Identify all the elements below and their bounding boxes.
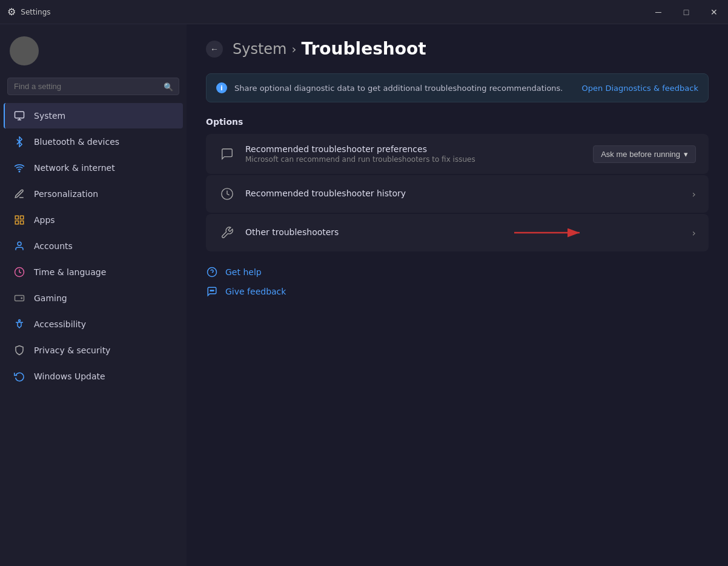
svg-point-17 <box>210 290 211 291</box>
gaming-icon <box>13 292 25 304</box>
search-wrapper: 🔍 <box>7 78 179 95</box>
give-feedback-icon <box>206 285 218 298</box>
avatar <box>10 36 39 65</box>
help-link-label-get-help: Get help <box>225 267 262 277</box>
update-icon <box>13 370 25 382</box>
chevron-down-icon: ▾ <box>684 150 688 159</box>
user-profile <box>0 29 187 75</box>
sidebar-item-privacy[interactable]: Privacy & security <box>4 338 183 363</box>
accounts-icon <box>13 240 25 252</box>
option-title-recommended-history: Recommended troubleshooter history <box>245 188 683 198</box>
info-banner-left: i Share optional diagnostic data to get … <box>216 82 563 93</box>
option-recommended-prefs[interactable]: Recommended troubleshooter preferences M… <box>206 134 709 174</box>
sidebar-item-apps[interactable]: Apps <box>4 207 183 233</box>
titlebar-left: ⚙️ Settings <box>7 6 51 18</box>
recommended-prefs-icon <box>219 145 236 162</box>
apps-icon <box>13 214 25 226</box>
dropdown-recommended-prefs[interactable]: Ask me before running ▾ <box>593 145 696 163</box>
help-links: Get help Give feedback <box>206 266 709 298</box>
svg-point-19 <box>213 290 214 291</box>
sidebar-nav: System Bluetooth & devices Network & int… <box>0 102 187 390</box>
breadcrumb-parent: System <box>233 41 287 58</box>
titlebar: ⚙️ Settings ─ □ ✕ <box>0 0 728 24</box>
option-subtitle-recommended-prefs: Microsoft can recommend and run troubles… <box>245 155 583 164</box>
sidebar-item-label: Apps <box>34 215 55 225</box>
chevron-right-icon: › <box>692 227 696 239</box>
search-input[interactable] <box>7 78 179 95</box>
sidebar-item-label: Windows Update <box>34 371 105 381</box>
other-troubleshooters-icon <box>219 224 236 241</box>
help-link-label-give-feedback: Give feedback <box>225 287 286 296</box>
sidebar-item-network[interactable]: Network & internet <box>4 155 183 181</box>
sidebar-item-personalization[interactable]: Personalization <box>4 181 183 207</box>
sidebar-item-bluetooth[interactable]: Bluetooth & devices <box>4 129 183 155</box>
bluetooth-icon <box>13 136 25 148</box>
network-icon <box>13 162 25 174</box>
back-button[interactable]: ← <box>206 41 223 58</box>
system-icon <box>13 110 25 122</box>
help-link-get-help[interactable]: Get help <box>206 266 709 278</box>
minimize-button[interactable]: ─ <box>644 0 672 24</box>
titlebar-controls: ─ □ ✕ <box>644 0 728 24</box>
chevron-right-icon: › <box>692 188 696 200</box>
sidebar-item-label: Privacy & security <box>34 345 110 355</box>
maximize-button[interactable]: □ <box>672 0 700 24</box>
search-container: 🔍 <box>0 75 187 102</box>
get-help-icon <box>206 266 218 278</box>
sidebar-item-gaming[interactable]: Gaming <box>4 285 183 311</box>
sidebar-item-accessibility[interactable]: Accessibility <box>4 311 183 337</box>
svg-point-8 <box>18 242 21 245</box>
sidebar-item-label: Bluetooth & devices <box>34 137 119 147</box>
svg-rect-6 <box>21 221 24 224</box>
time-icon <box>13 266 25 278</box>
app-container: 🔍 System Bluetooth & devices Network & i… <box>0 24 728 566</box>
option-title-recommended-prefs: Recommended troubleshooter preferences <box>245 144 583 154</box>
sidebar-item-update[interactable]: Windows Update <box>4 364 183 389</box>
main-content: ← System › Troubleshoot i Share optional… <box>187 24 728 566</box>
svg-point-3 <box>19 171 20 172</box>
svg-point-11 <box>19 320 21 322</box>
sidebar-item-label: Accounts <box>34 241 73 251</box>
sidebar-item-label: Gaming <box>34 293 67 303</box>
option-other-troubleshooters[interactable]: Other troubleshooters › <box>206 214 709 251</box>
svg-rect-7 <box>15 221 18 224</box>
info-banner-text: Share optional diagnostic data to get ad… <box>234 84 563 93</box>
sidebar-item-system[interactable]: System <box>4 103 183 128</box>
titlebar-title: Settings <box>21 8 50 16</box>
sidebar-item-time[interactable]: Time & language <box>4 259 183 285</box>
breadcrumb-current: Troubleshoot <box>302 39 426 59</box>
info-banner: i Share optional diagnostic data to get … <box>206 73 709 102</box>
options-section-title: Options <box>206 117 709 127</box>
open-diagnostics-link[interactable]: Open Diagnostics & feedback <box>582 84 698 93</box>
sidebar: 🔍 System Bluetooth & devices Network & i… <box>0 24 187 566</box>
svg-point-18 <box>211 290 213 291</box>
privacy-icon <box>13 344 25 356</box>
close-button[interactable]: ✕ <box>700 0 728 24</box>
option-title-other-troubleshooters: Other troubleshooters <box>245 227 683 237</box>
options-list: Recommended troubleshooter preferences M… <box>206 134 709 251</box>
svg-rect-0 <box>15 112 24 118</box>
sidebar-item-label: System <box>34 111 65 121</box>
sidebar-item-accounts[interactable]: Accounts <box>4 233 183 259</box>
personalization-icon <box>13 188 25 200</box>
settings-icon: ⚙️ <box>7 6 16 18</box>
breadcrumb: ← System › Troubleshoot <box>206 39 709 59</box>
option-recommended-history[interactable]: Recommended troubleshooter history › <box>206 175 709 213</box>
info-icon: i <box>216 82 227 93</box>
sidebar-item-label: Network & internet <box>34 163 115 173</box>
recommended-history-icon <box>219 185 236 202</box>
sidebar-item-label: Time & language <box>34 267 106 277</box>
help-link-give-feedback[interactable]: Give feedback <box>206 285 709 298</box>
breadcrumb-arrow: › <box>292 42 297 56</box>
accessibility-icon <box>13 318 25 330</box>
svg-rect-5 <box>21 216 24 219</box>
sidebar-item-label: Personalization <box>34 189 98 199</box>
sidebar-item-label: Accessibility <box>34 319 86 329</box>
svg-rect-4 <box>15 216 18 219</box>
